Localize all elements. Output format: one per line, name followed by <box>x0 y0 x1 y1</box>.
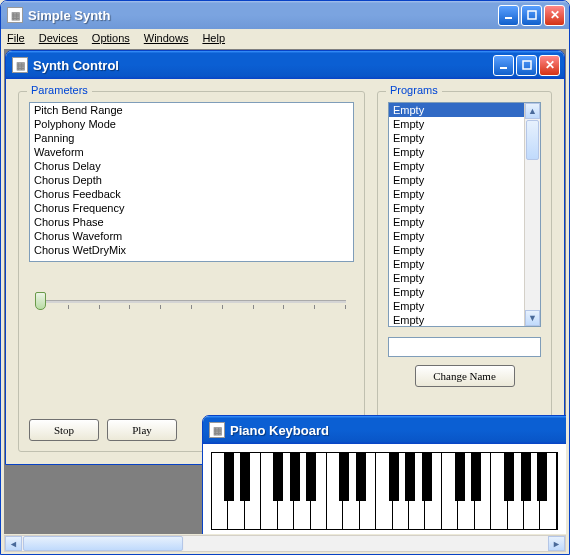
synth-minimize-button[interactable] <box>493 55 514 76</box>
parameter-item[interactable]: Pitch Bend Range <box>30 103 353 117</box>
hscroll-thumb[interactable] <box>23 536 183 551</box>
synth-window-icon: ▦ <box>12 57 28 73</box>
menu-windows[interactable]: Windows <box>144 32 189 44</box>
parameter-item[interactable]: Chorus Depth <box>30 173 353 187</box>
programs-group: Programs EmptyEmptyEmptyEmptyEmptyEmptyE… <box>377 91 552 452</box>
scroll-left-icon[interactable]: ◄ <box>5 536 22 551</box>
svg-rect-3 <box>523 61 531 69</box>
maximize-button[interactable] <box>521 5 542 26</box>
black-key[interactable] <box>521 453 531 501</box>
black-key[interactable] <box>455 453 465 501</box>
app-icon: ▦ <box>7 7 23 23</box>
menubar: File Devices Options Windows Help <box>1 29 569 47</box>
program-item[interactable]: Empty <box>389 131 524 145</box>
programs-scrollbar[interactable]: ▲ ▼ <box>524 103 540 326</box>
parameter-item[interactable]: Chorus WetDryMix <box>30 243 353 257</box>
piano-keyboard[interactable] <box>211 452 558 530</box>
program-item[interactable]: Empty <box>389 285 524 299</box>
menu-file[interactable]: File <box>7 32 25 44</box>
minimize-button[interactable] <box>498 5 519 26</box>
piano-titlebar: ▦ Piano Keyboard <box>203 416 566 444</box>
scroll-up-icon[interactable]: ▲ <box>525 103 540 119</box>
parameter-item[interactable]: Chorus Feedback <box>30 187 353 201</box>
synth-window-title: Synth Control <box>33 58 493 73</box>
change-name-button[interactable]: Change Name <box>415 365 515 387</box>
program-item[interactable]: Empty <box>389 243 524 257</box>
parameters-legend: Parameters <box>27 84 92 96</box>
program-name-input[interactable] <box>388 337 541 357</box>
synth-control-window: ▦ Synth Control ✕ Parameters Pitch Bend … <box>5 50 565 465</box>
program-item[interactable]: Empty <box>389 145 524 159</box>
svg-rect-0 <box>505 17 512 19</box>
program-item[interactable]: Empty <box>389 229 524 243</box>
program-item[interactable]: Empty <box>389 299 524 313</box>
program-item[interactable]: Empty <box>389 215 524 229</box>
main-titlebar: ▦ Simple Synth ✕ <box>1 1 569 29</box>
black-key[interactable] <box>405 453 415 501</box>
synth-maximize-button[interactable] <box>516 55 537 76</box>
synth-close-button[interactable]: ✕ <box>539 55 560 76</box>
play-button[interactable]: Play <box>107 419 177 441</box>
parameter-slider[interactable] <box>29 290 354 322</box>
black-key[interactable] <box>422 453 432 501</box>
scroll-thumb[interactable] <box>526 120 539 160</box>
svg-rect-2 <box>500 67 507 69</box>
parameters-listbox[interactable]: Pitch Bend RangePolyphony ModePanningWav… <box>29 102 354 262</box>
program-item[interactable]: Empty <box>389 201 524 215</box>
parameters-group: Parameters Pitch Bend RangePolyphony Mod… <box>18 91 365 452</box>
close-button[interactable]: ✕ <box>544 5 565 26</box>
black-key[interactable] <box>273 453 283 501</box>
parameter-item[interactable]: Panning <box>30 131 353 145</box>
parameter-item[interactable]: Chorus Frequency <box>30 201 353 215</box>
menu-devices[interactable]: Devices <box>39 32 78 44</box>
black-key[interactable] <box>224 453 234 501</box>
parameter-item[interactable]: Polyphony Mode <box>30 117 353 131</box>
black-key[interactable] <box>537 453 547 501</box>
piano-keyboard-window: ▦ Piano Keyboard <box>202 415 566 534</box>
program-item[interactable]: Empty <box>389 187 524 201</box>
parameter-item[interactable]: Waveform <box>30 145 353 159</box>
program-item[interactable]: Empty <box>389 313 524 327</box>
black-key[interactable] <box>290 453 300 501</box>
svg-rect-1 <box>528 11 536 19</box>
program-item[interactable]: Empty <box>389 173 524 187</box>
main-window-title: Simple Synth <box>28 8 498 23</box>
black-key[interactable] <box>240 453 250 501</box>
parameter-item[interactable]: Chorus Delay <box>30 159 353 173</box>
program-item[interactable]: Empty <box>389 159 524 173</box>
program-item[interactable]: Empty <box>389 103 524 117</box>
black-key[interactable] <box>339 453 349 501</box>
slider-thumb[interactable] <box>35 292 46 310</box>
main-window: ▦ Simple Synth ✕ File Devices Options Wi… <box>0 0 570 555</box>
black-key[interactable] <box>471 453 481 501</box>
parameter-item[interactable]: Chorus Waveform <box>30 229 353 243</box>
scroll-right-icon[interactable]: ► <box>548 536 565 551</box>
scroll-down-icon[interactable]: ▼ <box>525 310 540 326</box>
parameter-item[interactable]: Chorus Phase <box>30 215 353 229</box>
program-item[interactable]: Empty <box>389 271 524 285</box>
black-key[interactable] <box>389 453 399 501</box>
mdi-client-area: ▦ Synth Control ✕ Parameters Pitch Bend … <box>4 49 566 534</box>
program-item[interactable]: Empty <box>389 117 524 131</box>
menu-options[interactable]: Options <box>92 32 130 44</box>
piano-window-icon: ▦ <box>209 422 225 438</box>
black-key[interactable] <box>356 453 366 501</box>
menu-help[interactable]: Help <box>202 32 225 44</box>
black-key[interactable] <box>306 453 316 501</box>
horizontal-scrollbar[interactable]: ◄ ► <box>4 535 566 552</box>
programs-legend: Programs <box>386 84 442 96</box>
stop-button[interactable]: Stop <box>29 419 99 441</box>
piano-window-title: Piano Keyboard <box>230 423 562 438</box>
programs-listbox[interactable]: EmptyEmptyEmptyEmptyEmptyEmptyEmptyEmpty… <box>388 102 541 327</box>
program-item[interactable]: Empty <box>389 257 524 271</box>
synth-titlebar: ▦ Synth Control ✕ <box>6 51 564 79</box>
black-key[interactable] <box>504 453 514 501</box>
